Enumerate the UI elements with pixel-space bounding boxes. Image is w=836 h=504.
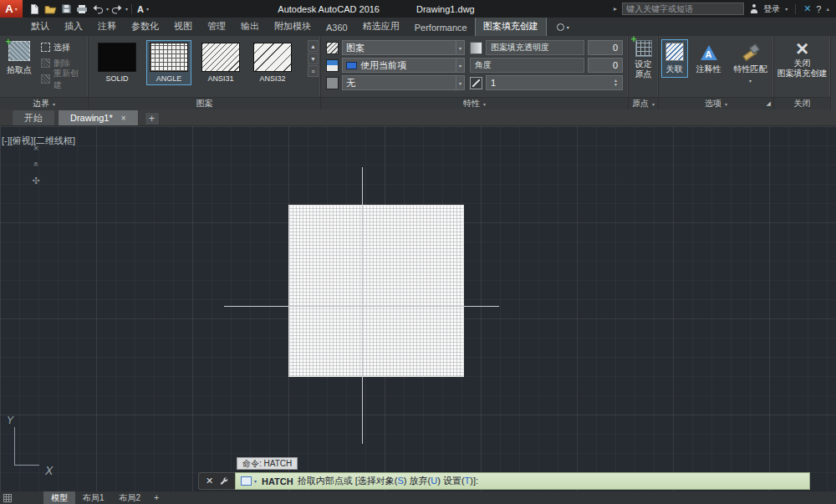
set-origin-label-line2: 原点 (635, 69, 652, 79)
signin-caret[interactable]: ▾ (785, 6, 788, 12)
ribbon-tab-home[interactable]: 默认 (23, 17, 57, 36)
ribbon-tab-annotate[interactable]: 注释 (90, 17, 124, 36)
boundaries-panel: + 拾取点 选择 删除 重新创建 (0, 36, 89, 109)
collapse-icon[interactable]: ▴ (826, 6, 829, 13)
hatch-pattern-gallery: SOLID ANGLE ANSI31 ANSI32 (89, 36, 320, 85)
scale-value-box[interactable]: 1 ▲▼ (486, 75, 623, 90)
ribbon-tab-performance[interactable]: Performance (407, 19, 475, 36)
command-close-icon[interactable]: ✕ (206, 476, 213, 486)
undo-dropdown-caret[interactable]: ▾ (106, 6, 109, 12)
toolbar-separator (131, 4, 132, 14)
layout-list-icon[interactable] (3, 494, 12, 502)
new-layout-button[interactable]: + (148, 493, 165, 502)
hatched-rectangle[interactable] (288, 205, 464, 377)
set-origin-button[interactable]: 设定 原点 (629, 36, 658, 79)
remove-boundary-icon (41, 59, 50, 68)
navbar-collapse-icon[interactable]: » (32, 162, 41, 167)
pick-points-button[interactable]: + 拾取点 (0, 36, 38, 97)
ucs-x-label: X (45, 464, 53, 477)
annotative-button[interactable]: 注释性 (692, 39, 726, 78)
workspace-button[interactable]: A (135, 4, 145, 14)
autocad-logo: A (5, 3, 13, 14)
ribbon-tab-output[interactable]: 输出 (233, 17, 267, 36)
option-key-s[interactable]: S (397, 476, 403, 486)
window-title: Autodesk AutoCAD 2016 Drawing1.dwg (201, 0, 552, 18)
qat-customize-caret[interactable]: ▾ (146, 6, 149, 12)
close-hatch-creation-button[interactable]: × 关闭 图案填充创建 (774, 36, 830, 79)
select-objects-button[interactable]: 选择 (38, 40, 88, 54)
layout1-tab[interactable]: 布局1 (75, 491, 112, 504)
options-panel: 关联 注释性 特性匹配 ▾ 选项▾ ◢ (659, 36, 774, 109)
new-drawing-tab-button[interactable]: + (145, 112, 160, 125)
pattern-swatch-solid[interactable]: SOLID (94, 40, 140, 85)
ribbon-display-toggle[interactable]: ▾ (557, 23, 569, 36)
associative-button[interactable]: 关联 (661, 39, 688, 78)
gallery-scroll-down-button[interactable]: ▼ (308, 53, 319, 64)
new-file-button[interactable] (27, 2, 42, 16)
close-footer-label: 关闭 (794, 98, 811, 109)
gallery-expand-button[interactable]: ≡ (308, 65, 319, 77)
pattern-swatch-ansi31[interactable]: ANSI31 (198, 40, 243, 85)
ribbon-tab-featured-apps[interactable]: 精选应用 (355, 17, 407, 36)
transparency-field[interactable]: 图案填充透明度 (486, 40, 584, 55)
ribbon-tab-parametric[interactable]: 参数化 (124, 17, 166, 36)
navbar-pan-icon[interactable]: ✣ (32, 176, 39, 186)
pattern-panel-footer[interactable]: 图案 (89, 97, 320, 109)
hatch-type-dropdown[interactable]: 图案 ▾ (342, 40, 465, 55)
help-search-input[interactable] (622, 3, 744, 15)
background-color-dropdown[interactable]: 无 ▾ (342, 75, 465, 90)
ribbon-tab-a360[interactable]: A360 (319, 19, 355, 36)
chevron-down-icon: ▾ (725, 101, 727, 107)
command-options-icon[interactable] (241, 476, 252, 486)
file-tab-start[interactable]: 开始 (12, 109, 55, 125)
hatch-color-dropdown[interactable]: 使用当前项 ▾ (342, 58, 465, 73)
properties-panel-footer[interactable]: 特性▾ (321, 97, 628, 109)
scale-spinner[interactable]: ▲▼ (614, 79, 618, 87)
ribbon-tab-manage[interactable]: 管理 (200, 17, 233, 36)
help-icon[interactable]: ? (816, 4, 821, 14)
match-properties-label: 特性匹配 (734, 64, 767, 75)
signin-button[interactable]: 登录 (763, 3, 780, 15)
angle-value-box[interactable]: 0 (588, 58, 623, 73)
option-key-u[interactable]: U (431, 476, 437, 486)
ribbon-tab-addins[interactable]: 附加模块 (267, 17, 319, 36)
hatch-type-value: 图案 (346, 42, 364, 54)
ribbon-tab-insert[interactable]: 插入 (57, 17, 90, 36)
undo-button[interactable] (90, 2, 105, 16)
options-panel-footer[interactable]: 选项▾ ◢ (659, 97, 773, 109)
gallery-scroll-up-button[interactable]: ▲ (308, 40, 319, 52)
dialog-launcher-icon[interactable]: ◢ (767, 100, 771, 107)
application-menu-button[interactable]: A▾ (0, 0, 23, 18)
layout2-tab[interactable]: 布局2 (112, 491, 149, 504)
transparency-value-box[interactable]: 0 (588, 40, 623, 55)
origin-panel-footer[interactable]: 原点▾ (629, 97, 658, 109)
toolbar-separator (795, 4, 796, 14)
command-line-dock: ✕ (198, 472, 235, 490)
open-file-button[interactable] (43, 2, 58, 16)
ribbon-tab-hatch-creation[interactable]: 图案填充创建 (475, 17, 547, 36)
pattern-swatch-ansi32[interactable]: ANSI32 (250, 40, 295, 85)
close-tab-icon[interactable]: × (121, 114, 126, 123)
drawing-viewport[interactable]: [-][俯视][二维线框] × » ✣ Y X 命令: HATCH ✕ ▾ HA… (0, 126, 836, 491)
redo-button[interactable] (110, 2, 125, 16)
command-input-field[interactable]: ▾ HATCH 拾取内部点或 [选择对象(S) 放弃(U) 设置(T)]: (235, 472, 810, 490)
match-properties-button[interactable]: 特性匹配 ▾ (730, 39, 772, 86)
search-scope-caret[interactable]: ▸ (614, 5, 617, 13)
angle-field[interactable]: 角度 (470, 58, 584, 73)
pattern-swatch-angle[interactable]: ANGLE (146, 40, 191, 85)
save-button[interactable] (59, 2, 74, 16)
plus-icon: + (5, 36, 12, 48)
plot-button[interactable] (74, 2, 89, 16)
navbar-close-icon[interactable]: × (33, 143, 38, 153)
ribbon-tab-view[interactable]: 视图 (166, 17, 200, 36)
wrench-icon[interactable] (218, 476, 228, 486)
command-prompt-text: 拾取内部点或 [选择对象(S) 放弃(U) 设置(T)]: (298, 475, 478, 487)
start-tab-label: 开始 (24, 112, 43, 125)
redo-dropdown-caret[interactable]: ▾ (125, 6, 128, 12)
recreate-boundary-button[interactable]: 重新创建 (38, 72, 88, 86)
boundaries-panel-footer[interactable]: 边界▾ (0, 97, 88, 109)
model-tab[interactable]: 模型 (43, 491, 75, 504)
file-tab-drawing1[interactable]: Drawing1* × (58, 109, 139, 125)
close-panel-footer: 关闭 (774, 97, 830, 109)
exchange-apps-icon[interactable]: ✕ (803, 3, 811, 14)
